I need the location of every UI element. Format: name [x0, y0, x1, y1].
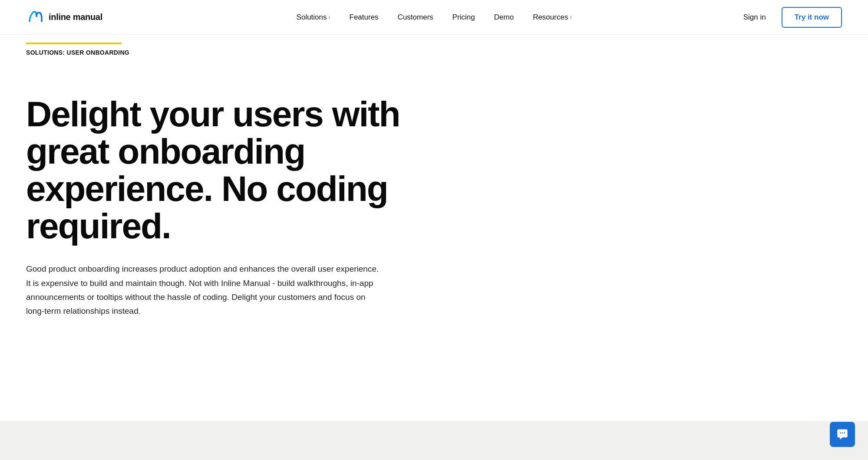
- sign-in-button[interactable]: Sign in: [736, 9, 773, 26]
- bottom-band: [0, 421, 868, 460]
- chat-icon: [836, 428, 848, 440]
- main-nav: Solutions › Features Customers Pricing D…: [289, 9, 580, 26]
- hero-headline: Delight your users with great onboarding…: [26, 95, 452, 245]
- hero-description: Good product onboarding increases produc…: [26, 262, 382, 318]
- solutions-chevron-icon: ›: [329, 14, 330, 20]
- logo-text: inline manual: [49, 12, 102, 22]
- try-now-button[interactable]: Try it now: [782, 7, 842, 28]
- nav-item-customers[interactable]: Customers: [390, 9, 441, 26]
- breadcrumb: SOLUTIONS: User onboarding: [26, 49, 129, 56]
- hero-section: Delight your users with great onboarding…: [0, 61, 478, 345]
- site-header: inline manual Solutions › Features Custo…: [0, 0, 868, 35]
- logo-icon: [26, 8, 44, 26]
- nav-item-features[interactable]: Features: [342, 9, 386, 26]
- nav-item-pricing[interactable]: Pricing: [445, 9, 483, 26]
- breadcrumb-section: SOLUTIONS: User onboarding: [0, 35, 868, 61]
- header-actions: Sign in Try it now: [736, 7, 842, 28]
- nav-item-solutions[interactable]: Solutions ›: [289, 9, 338, 26]
- logo-link[interactable]: inline manual: [26, 8, 102, 26]
- resources-chevron-icon: ›: [570, 14, 571, 20]
- breadcrumb-underline: [26, 43, 122, 44]
- nav-item-resources[interactable]: Resources ›: [525, 9, 579, 26]
- nav-item-demo[interactable]: Demo: [486, 9, 521, 26]
- chat-button[interactable]: [830, 422, 855, 447]
